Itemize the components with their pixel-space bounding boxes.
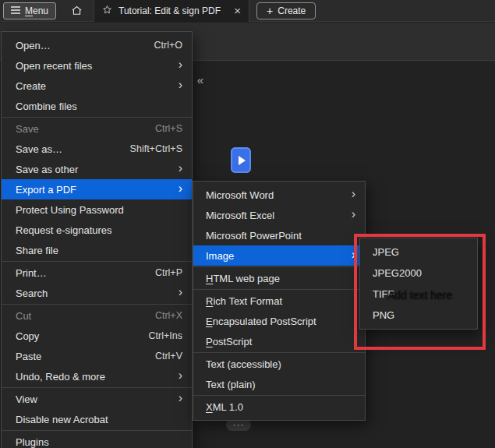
file-menu: Open…Ctrl+OOpen recent files›Create›Comb… [1, 31, 193, 448]
submenu-arrow-icon: › [179, 182, 182, 195]
play-triangle-icon [239, 156, 246, 165]
menu-item-shortcut: Ctrl+Ins [149, 330, 182, 341]
menu-item-label: Plugins [16, 436, 182, 448]
menu-item-label: Create [16, 80, 171, 92]
menu-separator [193, 352, 365, 353]
menu-item-shortcut: Ctrl+V [155, 351, 182, 362]
menu-item-label: Share file [16, 245, 182, 256]
menu-item-share-file[interactable]: Share file [2, 240, 192, 260]
menu-item-text-plain[interactable]: Text (plain) [193, 374, 365, 394]
menu-item-search[interactable]: Search› [2, 283, 192, 303]
menu-item-label: Text (plain) [206, 379, 355, 390]
menu-item-jpeg2000[interactable]: JPEG2000 [360, 263, 477, 284]
menu-item-label: Save as… [16, 143, 115, 155]
menu-item-postscript[interactable]: PostScript [193, 331, 365, 351]
menu-item-label: Paste [16, 351, 140, 362]
menu-item-save-as[interactable]: Save as…Shift+Ctrl+S [2, 139, 192, 159]
menu-item-label: Protect Using Password [16, 204, 182, 216]
menu-item-microsoft-powerpoint[interactable]: Microsoft PowerPoint [193, 225, 365, 245]
menu-separator [193, 395, 365, 396]
menu-item-label: Export a PDF [16, 184, 171, 196]
menu-separator [193, 289, 365, 290]
acrobat-app-window: Menu Tutorial: Edit & sign PDF × + Creat… [0, 0, 495, 448]
menu-item-rich-text-format[interactable]: Rich Text Format [193, 291, 365, 311]
menu-item-label: Text (accessible) [206, 358, 355, 370]
menu-item-label: JPEG2000 [373, 267, 468, 279]
menu-item-shortcut: Ctrl+O [154, 40, 182, 51]
menu-item-jpeg[interactable]: JPEG [360, 242, 477, 263]
plus-icon: + [267, 5, 273, 16]
tab-tutorial-edit-sign-pdf[interactable]: Tutorial: Edit & sign PDF × [94, 0, 249, 22]
submenu-arrow-icon: › [179, 369, 182, 382]
menu-item-create[interactable]: Create› [2, 76, 192, 96]
menu-item-microsoft-excel[interactable]: Microsoft Excel› [193, 205, 365, 225]
menu-item-label: Image [206, 250, 344, 262]
home-button[interactable] [66, 2, 87, 20]
menu-item-combine-files[interactable]: Combine files [2, 96, 192, 116]
menu-separator [193, 266, 365, 267]
create-button-label: Create [278, 5, 306, 16]
menu-item-plugins[interactable]: Plugins [2, 432, 192, 448]
menu-item-encapsulated-postscript[interactable]: Encapsulated PostScript [193, 311, 365, 331]
menu-item-view[interactable]: View› [2, 389, 192, 409]
menu-item-label: Open… [16, 40, 139, 51]
submenu-arrow-icon: › [179, 392, 182, 404]
menu-item-png[interactable]: PNG [360, 305, 477, 326]
menu-item-save-as-other[interactable]: Save as other› [2, 159, 192, 179]
menu-item-microsoft-word[interactable]: Microsoft Word› [193, 185, 365, 205]
menu-item-cut[interactable]: CutCtrl+X [2, 305, 192, 326]
menu-separator [2, 387, 192, 388]
menu-item-label: Microsoft Excel [206, 210, 344, 221]
submenu-arrow-icon: › [352, 208, 355, 220]
menu-item-disable-new-acrobat[interactable]: Disable new Acrobat [2, 409, 192, 429]
menu-separator [2, 261, 192, 262]
menu-item-save[interactable]: SaveCtrl+S [2, 118, 192, 139]
menu-button[interactable]: Menu [3, 2, 56, 19]
menu-item-shortcut: Shift+Ctrl+S [130, 143, 182, 154]
submenu-arrow-icon: › [179, 162, 182, 175]
menu-item-label: PNG [373, 309, 468, 321]
top-bar: Menu Tutorial: Edit & sign PDF × + Creat… [0, 0, 495, 22]
menu-item-export-a-pdf[interactable]: Export a PDF› [2, 179, 192, 199]
hamburger-icon [11, 5, 20, 16]
menu-item-html-web-page[interactable]: HTML web page [193, 268, 365, 288]
menu-item-image[interactable]: Image› [193, 245, 365, 266]
menu-item-label: Microsoft Word [206, 189, 344, 201]
tab-close-icon[interactable]: × [234, 5, 241, 16]
menu-item-shortcut: Ctrl+X [155, 310, 182, 321]
menu-item-label: Cut [16, 310, 140, 322]
star-icon [102, 5, 112, 17]
create-button[interactable]: + Create [256, 2, 316, 19]
page-more-button[interactable]: ··· [226, 419, 251, 431]
export-a-pdf-submenu: Microsoft Word›Microsoft Excel›Microsoft… [193, 181, 366, 421]
image-submenu: JPEGJPEG2000TIFFPNG [359, 238, 478, 330]
menu-item-request-e-signatures[interactable]: Request e-signatures [2, 220, 192, 240]
menu-item-label: Microsoft PowerPoint [206, 230, 355, 242]
menu-item-tiff[interactable]: TIFF [360, 284, 477, 305]
menu-item-label: JPEG [373, 246, 468, 258]
video-play-icon [231, 147, 251, 173]
submenu-arrow-icon: › [179, 286, 182, 298]
menu-item-open[interactable]: Open…Ctrl+O [2, 35, 192, 55]
menu-item-xml-1-0[interactable]: XML 1.0 [193, 397, 365, 417]
menu-item-label: TIFF [373, 288, 468, 300]
tab-title: Tutorial: Edit & sign PDF [118, 5, 228, 16]
menu-item-print[interactable]: Print…Ctrl+P [2, 263, 192, 283]
menu-item-text-accessible[interactable]: Text (accessible) [193, 354, 365, 374]
menu-item-label: Undo, Redo & more [16, 371, 171, 383]
menu-item-label: HTML web page [206, 273, 355, 284]
submenu-arrow-icon: › [179, 79, 182, 91]
menu-item-label: XML 1.0 [206, 401, 355, 413]
menu-item-open-recent-files[interactable]: Open recent files› [2, 55, 192, 76]
menu-item-label: Rich Text Format [206, 295, 355, 307]
collapse-panel-button[interactable]: « [193, 73, 207, 87]
menu-button-label: Menu [25, 5, 48, 16]
menu-item-undo-redo-more[interactable]: Undo, Redo & more› [2, 366, 192, 386]
menu-separator [2, 117, 192, 118]
menu-separator [2, 430, 192, 431]
menu-item-paste[interactable]: PasteCtrl+V [2, 346, 192, 366]
menu-item-label: View [16, 393, 171, 405]
menu-item-copy[interactable]: CopyCtrl+Ins [2, 326, 192, 346]
menu-item-protect-using-password[interactable]: Protect Using Password [2, 199, 192, 220]
menu-item-label: Search [16, 287, 171, 299]
